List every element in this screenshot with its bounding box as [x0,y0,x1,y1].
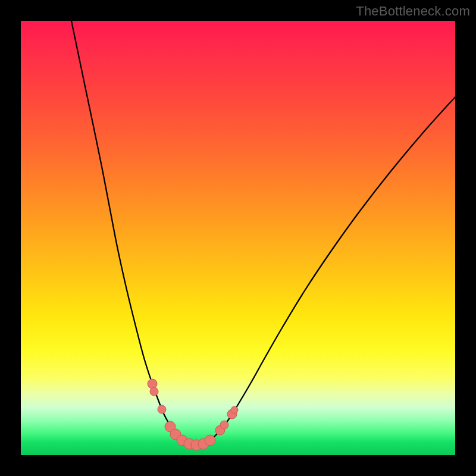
curve-group [71,21,455,445]
plot-area [21,21,455,455]
data-marker [231,406,238,414]
right-curve [196,97,455,445]
chart-svg [21,21,455,455]
data-marker [148,379,157,389]
left-curve [71,21,196,445]
data-marker [205,435,215,446]
data-marker [150,387,158,396]
chart-frame: TheBottleneck.com [0,0,476,476]
data-marker [220,421,228,429]
watermark-text: TheBottleneck.com [356,4,470,19]
marker-group [148,379,238,450]
data-marker [158,405,166,414]
